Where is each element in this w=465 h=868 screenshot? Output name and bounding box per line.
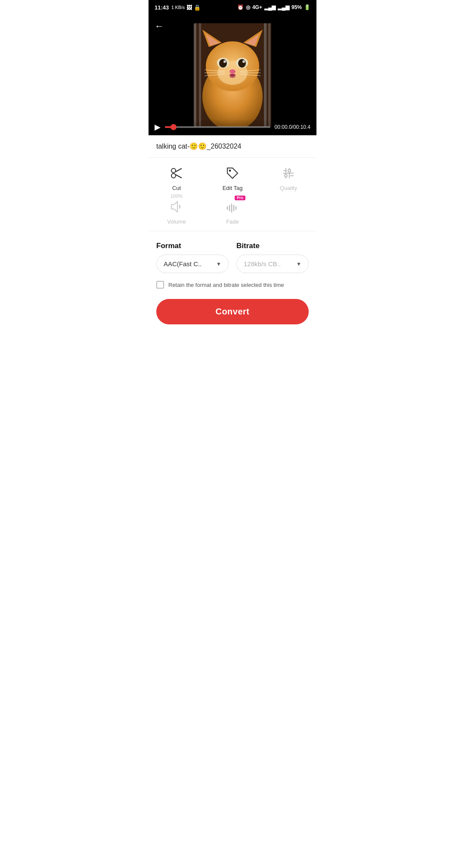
retain-label: Retain the format and bitrate selected t… <box>168 282 284 288</box>
quality-label: Quality <box>280 185 297 191</box>
filename-text: talking cat-🙂🙂_26032024 <box>156 143 241 150</box>
svg-point-13 <box>242 60 245 63</box>
volume-percent: 100% <box>170 194 183 199</box>
svg-point-15 <box>229 74 236 78</box>
svg-point-10 <box>219 59 227 68</box>
status-bar: 11:43 1 KB/s 🖼 🔒 ⏰ ◎ 4G+ ▂▄▆ ▂▄▆ 95% 🔋 <box>149 0 316 15</box>
actions-row-bottom: 100% Volume Pro Fade <box>149 196 316 229</box>
signal-bars2: ▂▄▆ <box>278 4 289 10</box>
convert-button[interactable]: Convert <box>156 299 309 324</box>
bitrate-value: 128kb/s CB.. <box>244 260 281 268</box>
scissors-icon <box>170 166 183 182</box>
svg-point-11 <box>238 59 246 68</box>
svg-point-12 <box>223 60 226 63</box>
battery-percent: 95% <box>291 4 302 10</box>
bitrate-dropdown-arrow: ▼ <box>296 261 301 267</box>
svg-rect-24 <box>264 23 267 127</box>
signal-bars: ▂▄▆ <box>264 4 276 10</box>
svg-line-28 <box>175 168 182 172</box>
settings-section: Format AAC(Fast C.. ▼ Bitrate 128kb/s CB… <box>149 231 316 331</box>
progress-dot <box>170 124 177 130</box>
quality-icon <box>282 166 295 182</box>
volume-action[interactable]: 100% Volume <box>157 200 196 225</box>
wifi-icon: ◎ <box>246 4 250 10</box>
lock-icon: 🔒 <box>194 4 201 11</box>
status-right: ⏰ ◎ 4G+ ▂▄▆ ▂▄▆ 95% 🔋 <box>237 4 310 10</box>
network-speed: 1 KB/s <box>171 5 185 10</box>
svg-point-30 <box>229 170 231 172</box>
format-column: Format AAC(Fast C.. ▼ <box>156 242 229 273</box>
svg-rect-23 <box>199 23 201 127</box>
signal-type: 4G+ <box>252 4 262 10</box>
back-button[interactable]: ← <box>155 21 164 32</box>
bitrate-dropdown[interactable]: 128kb/s CB.. ▼ <box>236 255 309 273</box>
cat-image <box>194 23 271 127</box>
svg-point-34 <box>288 169 291 172</box>
edit-tag-action[interactable]: Edit Tag <box>213 166 252 191</box>
format-label: Format <box>156 242 229 250</box>
retain-checkbox[interactable] <box>156 281 164 289</box>
tag-icon <box>226 166 239 182</box>
svg-point-26 <box>171 174 176 178</box>
quality-action[interactable]: Quality <box>269 166 308 191</box>
time-display: 00:00.0/00:10.4 <box>275 124 310 130</box>
bitrate-column: Bitrate 128kb/s CB.. ▼ <box>236 242 309 273</box>
svg-marker-40 <box>171 202 177 212</box>
svg-line-29 <box>175 174 182 178</box>
convert-label: Convert <box>215 307 249 316</box>
edit-tag-label: Edit Tag <box>223 185 243 191</box>
retain-checkbox-row[interactable]: Retain the format and bitrate selected t… <box>156 281 309 289</box>
actions-section: Cut Edit Tag <box>149 158 316 231</box>
play-button[interactable]: ▶ <box>155 122 161 132</box>
alarm-icon: ⏰ <box>237 4 244 10</box>
fade-icon: Pro <box>226 200 239 216</box>
svg-rect-25 <box>268 23 270 127</box>
format-bitrate-row: Format AAC(Fast C.. ▼ Bitrate 128kb/s CB… <box>156 242 309 273</box>
filename-display: talking cat-🙂🙂_26032024 <box>149 135 316 158</box>
format-dropdown[interactable]: AAC(Fast C.. ▼ <box>156 255 229 273</box>
bottom-spacer <box>149 331 316 366</box>
fade-action[interactable]: Pro Fade <box>213 200 252 225</box>
progress-bar[interactable] <box>165 126 270 128</box>
svg-point-27 <box>171 168 176 173</box>
svg-point-14 <box>229 69 236 74</box>
video-thumbnail <box>194 23 271 127</box>
status-left: 11:43 1 KB/s 🖼 🔒 <box>155 4 201 11</box>
svg-rect-22 <box>194 23 196 127</box>
actions-row-top: Cut Edit Tag <box>149 162 316 196</box>
format-value: AAC(Fast C.. <box>164 260 202 268</box>
cut-action[interactable]: Cut <box>157 166 196 191</box>
battery-icon: 🔋 <box>304 4 310 10</box>
bitrate-label: Bitrate <box>236 242 309 250</box>
cut-label: Cut <box>172 185 181 191</box>
volume-icon: 100% <box>170 200 183 216</box>
format-dropdown-arrow: ▼ <box>216 261 221 267</box>
time-display: 11:43 <box>155 4 169 11</box>
video-player: ← <box>149 15 316 135</box>
gallery-icon: 🖼 <box>186 4 192 11</box>
volume-label: Volume <box>167 218 186 225</box>
video-controls: ▶ 00:00.0/00:10.4 <box>149 119 316 135</box>
svg-point-37 <box>285 174 287 177</box>
pro-badge: Pro <box>235 196 245 200</box>
fade-label: Fade <box>226 218 239 225</box>
